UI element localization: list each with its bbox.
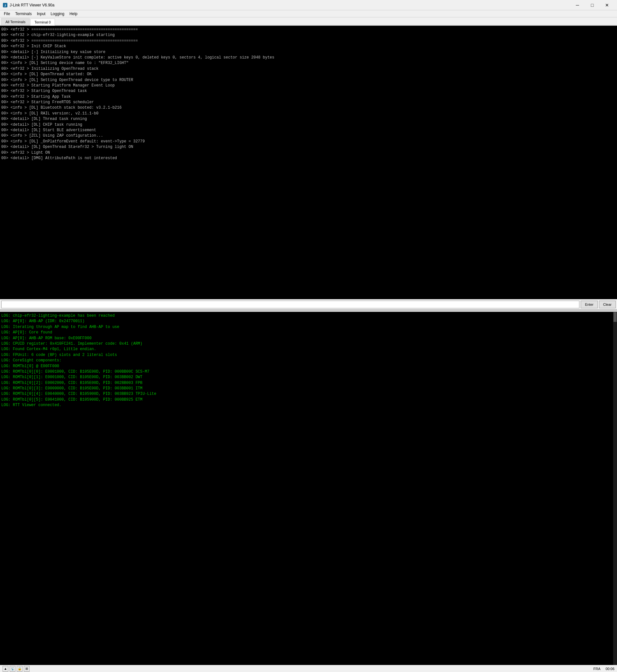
status-icons: ▲ 📡 🔒 ⊞	[3, 666, 30, 672]
menu-file[interactable]: File	[1, 10, 13, 17]
close-button[interactable]: ✕	[600, 0, 614, 10]
terminal-line: 00> <info > [DL] RAIL version:, v2.11.1-…	[1, 111, 616, 116]
status-icon-2[interactable]: 🔒	[17, 666, 22, 672]
tab-all-terminals[interactable]: All Terminals	[1, 18, 30, 25]
menu-bar: File Terminals Input Logging Help	[0, 10, 617, 17]
clear-button[interactable]: Clear	[599, 301, 616, 308]
status-icon-1[interactable]: 📡	[10, 666, 15, 672]
terminal-line: 00> <detail> [DL] Start BLE advertisemen…	[1, 128, 616, 133]
log-line: LOG: AP[0]: Core found	[1, 330, 612, 335]
terminal-line: 00> <detail> [DL] OpenThread Sta<efr32 >…	[1, 144, 616, 150]
log-line: LOG: ROMTbl[0][2]: E0002000, CID: B105E0…	[1, 380, 612, 386]
log-line: LOG: AP[0]: AHB-AP (IDR: 0x24770011)	[1, 319, 612, 324]
window-title: J-Link RTT Viewer V6.90a	[10, 3, 54, 7]
terminal-line: 00> <detail> [DMG] AttributePath is not …	[1, 156, 616, 161]
terminal-line: 00> <efr32 > Starting FreeRTOS scheduler	[1, 100, 616, 105]
log-line: LOG: Found Cortex-M4 r0p1, Little endian…	[1, 347, 612, 352]
terminal-line: 00> <info > [DL] Setting device name to …	[1, 60, 616, 66]
terminal-line: 00> <info > [ZCL] Using ZAP configuratio…	[1, 133, 616, 139]
terminal-line: 00> <efr32 > Starting Platform Manager E…	[1, 83, 616, 89]
menu-input[interactable]: Input	[34, 10, 48, 17]
terminal-line: 00> <efr32 > Starting OpenThread task	[1, 89, 616, 94]
log-output: LOG: chip-efr32-lighting-example has bee…	[0, 312, 613, 665]
log-line: LOG: ROMTbl[0] @ E00FF000	[1, 364, 612, 369]
terminal-line: 00> <efr32 > Initializing OpenThread sta…	[1, 66, 616, 72]
terminal-line: 00> <efr32 > ===========================…	[1, 38, 616, 44]
terminal-line: 00> <efr32 > Init CHIP Stack	[1, 44, 616, 49]
enter-button[interactable]: Enter	[581, 301, 597, 308]
log-line: LOG: ROMTbl[0][5]: E0041000, CID: B10590…	[1, 397, 612, 402]
log-scrollbar[interactable]	[613, 312, 617, 665]
log-line: LOG: ROMTbl[0][0]: E0001000, CID: B105E0…	[1, 369, 612, 375]
terminal-line: 00> <info > [DL] _OnPlatformEvent defaul…	[1, 139, 616, 144]
menu-logging[interactable]: Logging	[48, 10, 67, 17]
status-icon-0[interactable]: ▲	[3, 666, 8, 672]
app-icon: J	[3, 3, 8, 8]
log-area-wrapper: LOG: chip-efr32-lighting-example has bee…	[0, 312, 617, 665]
terminal-line: 00> <detail> [DL] CHIP task running	[1, 122, 616, 128]
log-line: LOG: RTT Viewer connected.	[1, 402, 612, 408]
log-line: LOG: CoreSight components:	[1, 358, 612, 363]
log-line: LOG: Iterating through AP map to find AH…	[1, 324, 612, 330]
log-line: LOG: FPUnit: 6 code (BP) slots and 2 lit…	[1, 352, 612, 358]
command-input[interactable]	[1, 301, 579, 308]
terminal-line: 00> <efr32 > Light ON	[1, 150, 616, 156]
status-bar-left: ▲ 📡 🔒 ⊞	[3, 666, 30, 672]
window-controls: ─ □ ✕	[570, 0, 614, 10]
tab-bar: All Terminals Terminal 0	[0, 17, 617, 26]
terminal-line: 00> <efr32 > ===========================…	[1, 27, 616, 32]
tab-terminal0[interactable]: Terminal 0	[30, 19, 55, 26]
terminal-line: 00> <efr32 > Starting App Task	[1, 94, 616, 100]
log-line: LOG: chip-efr32-lighting-example has bee…	[1, 313, 612, 319]
status-bar: ▲ 📡 🔒 ⊞ FRA 00:06	[0, 665, 617, 672]
terminal-line: 00> <info > [DL] Setting OpenThread devi…	[1, 77, 616, 83]
terminal-line: 00> <info > [DL] Bluetooth stack booted:…	[1, 105, 616, 111]
log-line: LOG: CPUID register: 0x410FC241. Impleme…	[1, 341, 612, 347]
terminal-line: 00> <detail> [-] Initializing key value …	[1, 49, 616, 55]
menu-terminals[interactable]: Terminals	[13, 10, 34, 17]
title-bar-left: J J-Link RTT Viewer V6.90a	[3, 3, 54, 8]
scrollbar-thumb[interactable]	[613, 312, 617, 322]
log-line: LOG: ROMTbl[0][3]: E0000000, CID: B105E0…	[1, 386, 612, 391]
log-line: LOG: AP[0]: AHB-AP ROM base: 0xE00FF000	[1, 336, 612, 341]
svg-text:J: J	[4, 4, 6, 7]
terminal-output: 00> <efr32 > ===========================…	[0, 26, 617, 299]
menu-help[interactable]: Help	[67, 10, 80, 17]
title-bar: J J-Link RTT Viewer V6.90a ─ □ ✕	[0, 0, 617, 10]
minimize-button[interactable]: ─	[570, 0, 585, 10]
restore-button[interactable]: □	[585, 0, 600, 10]
log-line: LOG: ROMTbl[0][4]: E0040000, CID: B10590…	[1, 391, 612, 397]
status-icon-3[interactable]: ⊞	[24, 666, 30, 672]
log-line: LOG: ROMTbl[0][1]: E0001000, CID: B105E0…	[1, 375, 612, 380]
status-locale: FRA	[593, 667, 600, 671]
terminal-line: 00> <efr32 > chip-efr32-lighting-example…	[1, 32, 616, 38]
terminal-line: 00> <info > [DL] OpenThread started: OK	[1, 72, 616, 77]
terminal-line: 00> <detail> [-] KeyValueStore init comp…	[1, 55, 616, 60]
status-time: 00:06	[605, 667, 614, 671]
terminal-line: 00> <detail> [DL] Thread task running	[1, 116, 616, 122]
